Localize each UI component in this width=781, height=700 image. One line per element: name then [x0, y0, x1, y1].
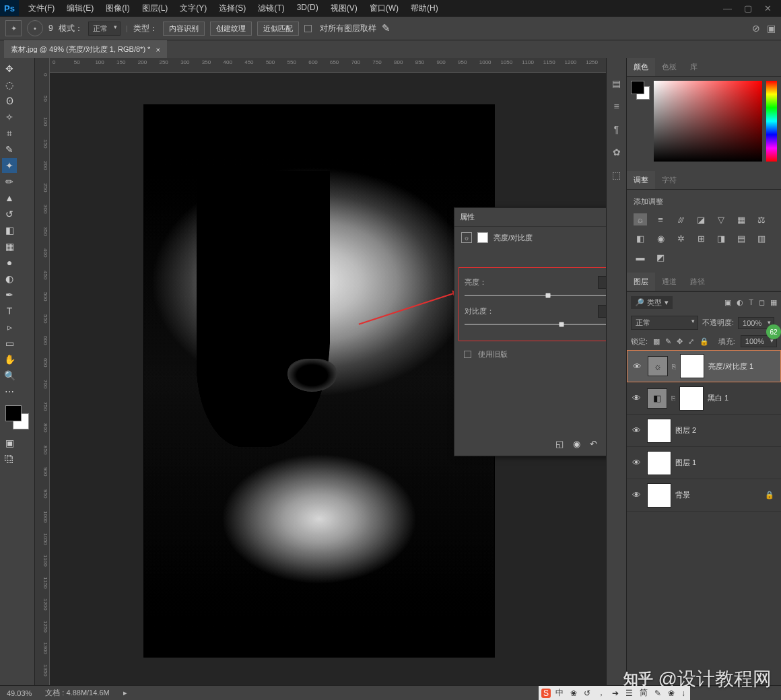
lock-all-icon[interactable]: 🔒 — [700, 337, 709, 346]
menu-layer[interactable]: 图层(L) — [137, 0, 174, 17]
menu-filter[interactable]: 滤镜(T) — [252, 0, 290, 17]
zoom-level[interactable]: 49.03% — [7, 689, 32, 697]
search-icon[interactable]: ⊘ — [752, 23, 760, 34]
brush-preview-icon[interactable]: • — [27, 20, 43, 36]
layer-row[interactable]: 👁图层 1 — [627, 447, 781, 479]
layer-thumb[interactable] — [647, 451, 671, 475]
adj-exposure-icon[interactable]: ◪ — [694, 213, 708, 225]
eraser-tool[interactable]: ◧ — [2, 223, 17, 238]
adj-curves-icon[interactable]: ⫻ — [674, 213, 687, 225]
layer-mask[interactable] — [680, 354, 704, 378]
paragraph-icon[interactable]: ¶ — [614, 124, 619, 135]
eyedropper-tool[interactable]: ✎ — [2, 142, 17, 157]
mask-icon[interactable] — [477, 232, 488, 243]
type-tool[interactable]: T — [2, 304, 17, 318]
ime-item[interactable]: ☰ — [623, 689, 635, 698]
menu-edit[interactable]: 编辑(E) — [61, 0, 99, 17]
visibility-icon[interactable]: 👁 — [630, 425, 643, 435]
history-brush-tool[interactable]: ↺ — [2, 207, 17, 221]
visibility-icon[interactable]: 👁 — [630, 393, 643, 403]
visibility-icon[interactable]: 👁 — [630, 458, 643, 468]
content-aware-button[interactable]: 内容识别 — [163, 22, 205, 36]
stamp-tool[interactable]: ▲ — [2, 190, 17, 205]
color-swatch[interactable] — [5, 405, 29, 429]
adj-hue-icon[interactable]: ▦ — [735, 213, 748, 225]
adj-threshold-icon[interactable]: ▥ — [755, 232, 768, 244]
tab-color[interactable]: 颜色 — [627, 58, 655, 76]
adj-poster-icon[interactable]: ▤ — [735, 232, 748, 244]
filter-smart-icon[interactable]: ▦ — [770, 298, 777, 307]
menu-select[interactable]: 选择(S) — [213, 0, 251, 17]
adj-selective-icon[interactable]: ◩ — [654, 251, 667, 263]
path-tool[interactable]: ▹ — [2, 320, 17, 335]
history-icon[interactable]: ▤ — [612, 78, 621, 89]
adj-vibrance-icon[interactable]: ▽ — [714, 213, 728, 225]
workspace-icon[interactable]: ▣ — [767, 23, 776, 34]
pen-tool[interactable]: ✒ — [2, 287, 17, 302]
menu-image[interactable]: 图像(I) — [100, 0, 135, 17]
adj-balance-icon[interactable]: ⚖ — [755, 213, 768, 225]
lock-artboard-icon[interactable]: ⤢ — [688, 337, 694, 346]
proximity-button[interactable]: 近似匹配 — [257, 22, 299, 36]
adj-lookup-icon[interactable]: ⊞ — [694, 232, 708, 244]
crop-tool[interactable]: ⌗ — [2, 126, 17, 141]
menu-file[interactable]: 文件(F) — [23, 0, 60, 17]
document-canvas[interactable] — [144, 105, 494, 657]
window-maximize-icon[interactable]: ▢ — [744, 3, 752, 13]
sample-all-checkbox[interactable] — [304, 25, 312, 32]
ime-toolbar[interactable]: S中❀↺，➔☰简✎❀↓ — [539, 686, 690, 700]
shape-tool[interactable]: ▭ — [2, 336, 17, 351]
move-tool[interactable]: ✥ — [2, 61, 17, 76]
hand-tool[interactable]: ✋ — [2, 352, 17, 367]
doc-info[interactable]: 文档 : 4.88M/14.6M — [45, 688, 109, 698]
layer-row[interactable]: 👁◧⎘黑白 1 — [627, 382, 781, 415]
adj-brightness-icon[interactable]: ☼ — [634, 213, 647, 225]
hue-slider[interactable] — [766, 81, 777, 162]
visibility-icon[interactable]: 👁 — [630, 490, 643, 500]
layer-name[interactable]: 亮度/对比度 1 — [708, 361, 753, 372]
blend-mode-dropdown[interactable]: 正常 — [631, 316, 698, 330]
layer-mask[interactable] — [679, 386, 704, 411]
adj-bw-icon[interactable]: ◧ — [634, 232, 647, 244]
menu-view[interactable]: 视图(V) — [325, 0, 363, 17]
layer-row[interactable]: 👁背景🔒 — [627, 479, 781, 512]
adj-mixer-icon[interactable]: ✲ — [674, 232, 687, 244]
ime-item[interactable]: ❀ — [666, 689, 677, 698]
document-tab-close-icon[interactable]: × — [156, 46, 160, 54]
adj-gradmap-icon[interactable]: ▬ — [634, 251, 647, 263]
fg-bg-swatch[interactable] — [631, 81, 650, 100]
layer-name[interactable]: 黑白 1 — [708, 393, 728, 403]
dodge-tool[interactable]: ◐ — [2, 271, 17, 286]
marquee-tool[interactable]: ◌ — [2, 77, 17, 92]
lock-pos-icon[interactable]: ✥ — [677, 337, 683, 346]
tab-swatches[interactable]: 色板 — [655, 58, 683, 76]
lock-paint-icon[interactable]: ✎ — [665, 337, 671, 346]
ime-item[interactable]: ， — [595, 687, 607, 699]
zoom-tool[interactable]: 🔍 — [2, 368, 17, 383]
tab-character[interactable]: 字符 — [655, 171, 683, 189]
brushes-icon[interactable]: ✿ — [613, 147, 621, 158]
brightness-input[interactable] — [598, 276, 606, 289]
menu-3d[interactable]: 3D(D) — [292, 0, 324, 17]
gradient-tool[interactable]: ▦ — [2, 239, 17, 254]
view-prev-icon[interactable]: ◉ — [573, 439, 580, 449]
ime-item[interactable]: ➔ — [610, 689, 621, 698]
adj-invert-icon[interactable]: ◨ — [714, 232, 728, 244]
brush-tool[interactable]: ✏ — [2, 174, 17, 189]
document-tab[interactable]: 素材.jpg @ 49% (亮度/对比度 1, RGB/8*) * × — [4, 40, 167, 58]
window-minimize-icon[interactable]: — — [723, 3, 732, 13]
contrast-input[interactable] — [598, 305, 606, 318]
filter-pixel-icon[interactable]: ▣ — [724, 298, 731, 307]
current-tool-icon[interactable]: ✦ — [5, 20, 22, 36]
ime-item[interactable]: 中 — [553, 687, 566, 699]
layer-name[interactable]: 图层 1 — [675, 458, 696, 468]
layer-name[interactable]: 图层 2 — [675, 425, 696, 435]
tab-channels[interactable]: 通道 — [655, 273, 683, 291]
notification-badge[interactable]: 62 — [766, 324, 781, 339]
brightness-slider[interactable] — [465, 290, 606, 301]
pressure-icon[interactable]: ✎ — [382, 22, 390, 34]
doc-info-menu-icon[interactable]: ▸ — [123, 689, 127, 697]
link-icon[interactable]: ⎘ — [671, 394, 675, 402]
filter-adj-icon[interactable]: ◐ — [737, 298, 743, 307]
mode-dropdown[interactable]: 正常 — [88, 22, 121, 36]
